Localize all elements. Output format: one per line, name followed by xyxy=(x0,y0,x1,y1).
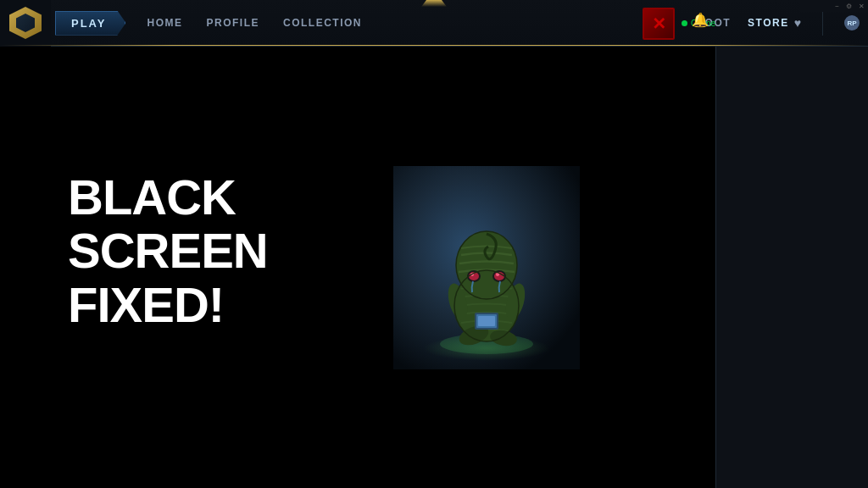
social-list xyxy=(716,47,868,67)
nav-right: LOOT STORE ♥ RP xyxy=(698,10,868,36)
minimize-button[interactable]: − xyxy=(835,3,839,10)
navbar: PLAY HOME PROFILE COLLECTION LOOT STORE … xyxy=(0,0,868,47)
rp-icon[interactable]: RP xyxy=(844,15,860,30)
nav-store[interactable]: STORE xyxy=(748,17,789,29)
character-image xyxy=(393,166,580,369)
window-controls: − ⚙ ✕ xyxy=(800,0,868,12)
settings-button[interactable]: ⚙ xyxy=(846,3,852,10)
social-panel: SOCIAL 👤+ 📷 ☰ 🔍 xyxy=(715,0,868,488)
nav-profile[interactable]: PROFILE xyxy=(206,13,259,33)
character-image-container xyxy=(393,166,580,369)
status-dot xyxy=(682,20,687,26)
main-message-text: BLACK SCREEN FIXED! xyxy=(68,170,390,332)
center-accent-decoration xyxy=(421,0,447,7)
bell-icon[interactable]: 🔔 xyxy=(692,12,709,28)
content-overlay: BLACK SCREEN FIXED! xyxy=(0,47,715,488)
main-content: BLACK SCREEN FIXED! xyxy=(0,47,715,488)
nav-divider xyxy=(822,10,823,36)
profile-avatar[interactable]: ✕ xyxy=(643,8,675,40)
logo-inner xyxy=(16,14,35,32)
nav-collection[interactable]: COLLECTION xyxy=(283,13,362,33)
logo-hexagon xyxy=(9,7,42,39)
character-svg xyxy=(419,196,554,357)
nav-home[interactable]: HOME xyxy=(147,13,182,33)
main-text-line1: BLACK SCREEN xyxy=(68,169,268,279)
store-area: STORE ♥ xyxy=(748,16,801,30)
svg-rect-15 xyxy=(478,316,495,326)
play-button-area: PLAY xyxy=(51,0,130,47)
avatar-symbol: ✕ xyxy=(652,14,666,34)
navbar-accent-line xyxy=(0,45,868,46)
logo-area[interactable] xyxy=(0,0,51,47)
notification-area[interactable]: 🔔 xyxy=(692,12,709,28)
main-text-line2: FIXED! xyxy=(68,277,224,332)
play-button[interactable]: PLAY xyxy=(55,11,125,36)
nav-links: HOME PROFILE COLLECTION xyxy=(130,13,697,33)
store-heart-icon: ♥ xyxy=(794,16,801,30)
close-button[interactable]: ✕ xyxy=(859,3,865,10)
